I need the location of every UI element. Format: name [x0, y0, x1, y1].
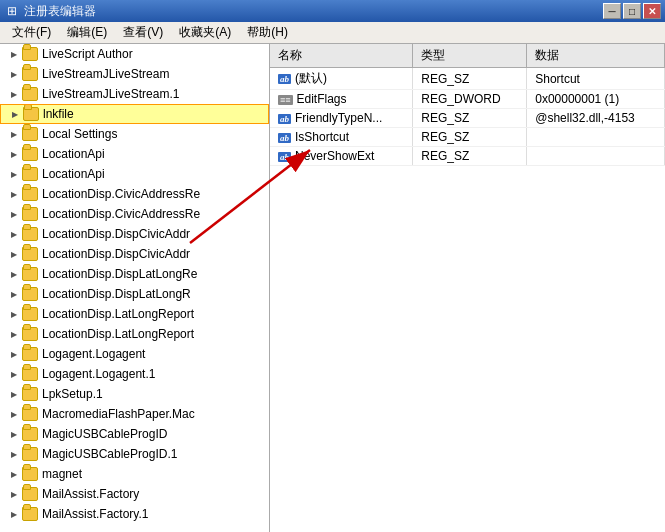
tree-arrow-icon: ▶ [8, 188, 20, 200]
tree-item-label: MacromediaFlashPaper.Mac [42, 407, 195, 421]
table-row[interactable]: ≡≡EditFlagsREG_DWORD0x00000001 (1) [270, 90, 665, 109]
tree-arrow-icon: ▶ [8, 88, 20, 100]
tree-item[interactable]: ▶Logagent.Logagent.1 [0, 364, 269, 384]
menu-item-收藏夹(A)[interactable]: 收藏夹(A) [171, 22, 239, 43]
tree-arrow-icon: ▶ [8, 48, 20, 60]
tree-item-label: MailAssist.Factory [42, 487, 139, 501]
ab-icon: ab [278, 114, 291, 124]
folder-icon [22, 467, 38, 481]
tree-item-label: LocationDisp.DispLatLongR [42, 287, 191, 301]
reg-data [527, 128, 665, 147]
tree-arrow-icon: ▶ [8, 248, 20, 260]
tree-item-label: MagicUSBCableProgID [42, 427, 167, 441]
tree-item-label: Logagent.Logagent.1 [42, 367, 155, 381]
ab-icon: ab [278, 152, 291, 162]
tree-item[interactable]: ▶LocationDisp.DispLatLongRe [0, 264, 269, 284]
tree-item-label: LocationDisp.LatLongReport [42, 327, 194, 341]
folder-icon [22, 67, 38, 81]
tree-item-label: MailAssist.Factory.1 [42, 507, 148, 521]
folder-icon [22, 327, 38, 341]
table-row[interactable]: abFriendlyTypeN...REG_SZ@shell32.dll,-41… [270, 109, 665, 128]
reg-type: REG_SZ [413, 109, 527, 128]
folder-icon [22, 407, 38, 421]
tree-item[interactable]: ▶Local Settings [0, 124, 269, 144]
folder-icon [22, 247, 38, 261]
tree-arrow-icon: ▶ [8, 168, 20, 180]
registry-table: 名称 类型 数据 ab(默认)REG_SZShortcut≡≡EditFlags… [270, 44, 665, 166]
tree-item[interactable]: ▶magnet [0, 464, 269, 484]
tree-item[interactable]: ▶MagicUSBCableProgID.1 [0, 444, 269, 464]
ab-icon: ab [278, 74, 291, 84]
tree-item-label: lnkfile [43, 107, 74, 121]
tree-panel[interactable]: ▶LiveScript Author▶LiveStreamJLiveStream… [0, 44, 270, 532]
tree-item[interactable]: ▶Logagent.Logagent [0, 344, 269, 364]
tree-item[interactable]: ▶LocationApi [0, 164, 269, 184]
tree-item[interactable]: ▶LocationDisp.DispCivicAddr [0, 224, 269, 244]
folder-icon [22, 267, 38, 281]
tree-arrow-icon: ▶ [8, 268, 20, 280]
col-name: 名称 [270, 44, 413, 68]
tree-item[interactable]: ▶LiveStreamJLiveStream.1 [0, 84, 269, 104]
folder-icon [22, 427, 38, 441]
title-bar: ⊞ 注册表编辑器 ─ □ ✕ [0, 0, 665, 22]
main-content: ▶LiveScript Author▶LiveStreamJLiveStream… [0, 44, 665, 532]
col-data: 数据 [527, 44, 665, 68]
menu-item-帮助(H)[interactable]: 帮助(H) [239, 22, 296, 43]
ab-icon: ab [278, 133, 291, 143]
reg-name: abFriendlyTypeN... [270, 109, 413, 128]
tree-item-label: LocationApi [42, 167, 105, 181]
col-type: 类型 [413, 44, 527, 68]
tree-item[interactable]: ▶LocationApi [0, 144, 269, 164]
tree-arrow-icon: ▶ [8, 308, 20, 320]
tree-arrow-icon: ▶ [8, 208, 20, 220]
table-row[interactable]: ab(默认)REG_SZShortcut [270, 68, 665, 90]
tree-item-label: Logagent.Logagent [42, 347, 145, 361]
minimize-button[interactable]: ─ [603, 3, 621, 19]
tree-item[interactable]: ▶LocationDisp.CivicAddressRe [0, 204, 269, 224]
reg-name: ab(默认) [270, 68, 413, 90]
right-panel[interactable]: 名称 类型 数据 ab(默认)REG_SZShortcut≡≡EditFlags… [270, 44, 665, 532]
maximize-button[interactable]: □ [623, 3, 641, 19]
tree-arrow-icon: ▶ [8, 488, 20, 500]
tree-item[interactable]: ▶lnkfile [0, 104, 269, 124]
tree-item-label: LocationApi [42, 147, 105, 161]
folder-icon [22, 447, 38, 461]
reg-type: REG_SZ [413, 128, 527, 147]
tree-item-label: LocationDisp.DispCivicAddr [42, 227, 190, 241]
tree-item[interactable]: ▶LocationDisp.LatLongReport [0, 324, 269, 344]
reg-name: abNeverShowExt [270, 147, 413, 166]
reg-type: REG_SZ [413, 68, 527, 90]
menu-bar: 文件(F)编辑(E)查看(V)收藏夹(A)帮助(H) [0, 22, 665, 44]
tree-arrow-icon: ▶ [8, 368, 20, 380]
tree-item-label: LiveScript Author [42, 47, 133, 61]
tree-item[interactable]: ▶LocationDisp.LatLongReport [0, 304, 269, 324]
tree-arrow-icon: ▶ [8, 388, 20, 400]
tree-item-label: LocationDisp.LatLongReport [42, 307, 194, 321]
tree-item[interactable]: ▶LocationDisp.DispLatLongR [0, 284, 269, 304]
table-row[interactable]: abIsShortcutREG_SZ [270, 128, 665, 147]
tree-item[interactable]: ▶LocationDisp.CivicAddressRe [0, 184, 269, 204]
tree-arrow-icon: ▶ [8, 468, 20, 480]
reg-name: abIsShortcut [270, 128, 413, 147]
tree-item[interactable]: ▶LpkSetup.1 [0, 384, 269, 404]
tree-arrow-icon: ▶ [9, 108, 21, 120]
menu-item-查看(V)[interactable]: 查看(V) [115, 22, 171, 43]
tree-item[interactable]: ▶LiveScript Author [0, 44, 269, 64]
window-controls: ─ □ ✕ [603, 3, 661, 19]
tree-item-label: LpkSetup.1 [42, 387, 103, 401]
tree-item[interactable]: ▶MailAssist.Factory.1 [0, 504, 269, 524]
tree-item[interactable]: ▶MagicUSBCableProgID [0, 424, 269, 444]
menu-item-编辑(E)[interactable]: 编辑(E) [59, 22, 115, 43]
tree-item[interactable]: ▶MacromediaFlashPaper.Mac [0, 404, 269, 424]
tree-item[interactable]: ▶MailAssist.Factory [0, 484, 269, 504]
tree-item-label: MagicUSBCableProgID.1 [42, 447, 177, 461]
menu-item-文件(F)[interactable]: 文件(F) [4, 22, 59, 43]
tree-item[interactable]: ▶LocationDisp.DispCivicAddr [0, 244, 269, 264]
tree-panel-inner: ▶LiveScript Author▶LiveStreamJLiveStream… [0, 44, 269, 524]
close-button[interactable]: ✕ [643, 3, 661, 19]
table-row[interactable]: abNeverShowExtREG_SZ [270, 147, 665, 166]
reg-data [527, 147, 665, 166]
reg-data: @shell32.dll,-4153 [527, 109, 665, 128]
tree-item-label: LocationDisp.DispCivicAddr [42, 247, 190, 261]
tree-item[interactable]: ▶LiveStreamJLiveStream [0, 64, 269, 84]
